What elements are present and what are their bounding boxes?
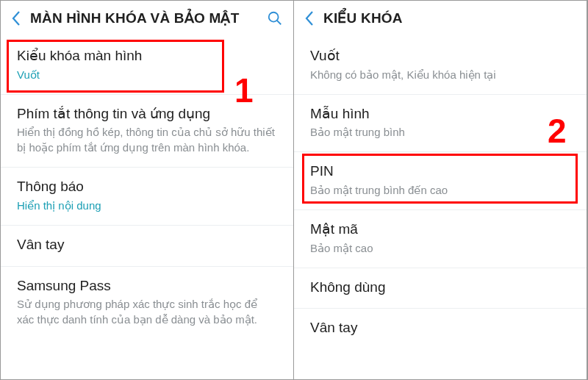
- item-title: Không dùng: [310, 279, 570, 297]
- item-title: Vân tay: [310, 319, 570, 337]
- page-title: MÀN HÌNH KHÓA VÀ BẢO MẬT: [30, 10, 258, 26]
- item-sub: Bảo mật trung bình đến cao: [310, 182, 570, 198]
- item-title: Vuốt: [310, 47, 570, 65]
- item-sub: Hiển thị nội dung: [17, 198, 277, 213]
- search-icon[interactable]: [267, 10, 283, 26]
- header-right: KIỂU KHÓA: [294, 1, 587, 37]
- item-password[interactable]: Mật mã Bảo mật cao: [294, 210, 587, 268]
- item-fingerprints[interactable]: Vân tay: [294, 309, 587, 349]
- item-fingerprints[interactable]: Vân tay: [1, 226, 293, 267]
- item-samsung-pass[interactable]: Samsung Pass Sử dụng phương pháp xác thự…: [1, 267, 293, 340]
- header-left: MÀN HÌNH KHÓA VÀ BẢO MẬT: [1, 1, 293, 37]
- item-sub: Bảo mật cao: [310, 240, 570, 256]
- pane-lock-type: KIỂU KHÓA Vuốt Không có bảo mật, Kiểu kh…: [294, 1, 587, 379]
- item-title: Kiểu khóa màn hình: [17, 47, 277, 65]
- item-title: Thông báo: [17, 178, 277, 196]
- item-title: Samsung Pass: [17, 277, 277, 295]
- item-title: Vân tay: [17, 236, 277, 254]
- svg-point-0: [269, 12, 279, 21]
- back-icon[interactable]: [304, 10, 315, 26]
- pane-lockscreen-security: MÀN HÌNH KHÓA VÀ BẢO MẬT Kiểu khóa màn h…: [1, 1, 294, 379]
- item-sub: Vuốt: [17, 67, 277, 82]
- item-notifications[interactable]: Thông báo Hiển thị nội dung: [1, 168, 293, 226]
- item-none[interactable]: Không dùng: [294, 268, 587, 309]
- item-sub: Không có bảo mật, Kiểu khóa hiện tại: [310, 67, 570, 82]
- item-swipe[interactable]: Vuốt Không có bảo mật, Kiểu khóa hiện tạ…: [294, 37, 587, 95]
- item-pin[interactable]: PIN Bảo mật trung bình đến cao: [294, 152, 587, 210]
- item-sub: Bảo mật trung bình: [310, 124, 570, 140]
- item-sub: Sử dụng phương pháp xác thực sinh trắc h…: [17, 296, 277, 327]
- svg-line-1: [277, 20, 282, 24]
- item-info-app-shortcuts[interactable]: Phím tắt thông tin và ứng dụng Hiển thị …: [1, 95, 293, 168]
- item-screen-lock-type[interactable]: Kiểu khóa màn hình Vuốt: [1, 37, 293, 95]
- item-pattern[interactable]: Mẫu hình Bảo mật trung bình: [294, 95, 587, 153]
- item-title: Mật mã: [310, 221, 570, 239]
- page-title: KIỂU KHÓA: [323, 10, 576, 26]
- back-icon[interactable]: [11, 10, 21, 26]
- item-title: Phím tắt thông tin và ứng dụng: [17, 105, 277, 123]
- item-title: Mẫu hình: [310, 105, 570, 123]
- item-title: PIN: [310, 162, 570, 181]
- item-sub: Hiển thị đồng hồ kép, thông tin của chủ …: [17, 124, 277, 155]
